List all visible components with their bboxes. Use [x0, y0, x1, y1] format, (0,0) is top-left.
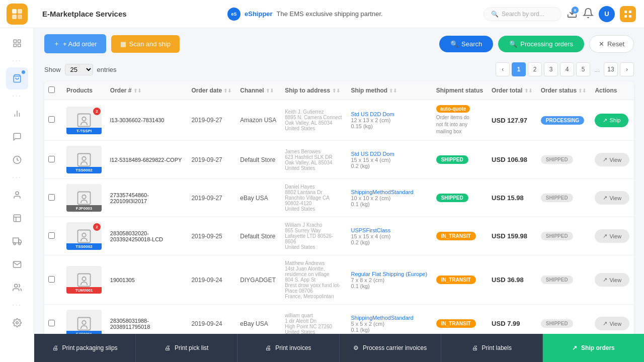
svg-point-25 — [19, 243, 21, 245]
download-button[interactable]: 8 — [567, 8, 578, 20]
sidebar-dots-1: ··· — [12, 55, 22, 66]
view-button-3[interactable]: ↗ View — [595, 229, 629, 243]
shipment-status-5: IN_TRANSIT — [432, 305, 488, 334]
print-labels-button[interactable]: 🖨 Print labels — [441, 334, 543, 362]
ship-icon: ↗ — [572, 344, 577, 351]
row-checkbox-4[interactable] — [44, 255, 62, 305]
select-all-checkbox[interactable] — [48, 86, 55, 93]
view-button-1[interactable]: ↗ View — [595, 153, 629, 166]
select-all-header[interactable] — [44, 81, 62, 100]
page-13-button[interactable]: 13 — [604, 62, 618, 76]
order-total-5: USD 7.99 — [488, 305, 537, 334]
page-1-button[interactable]: 1 — [512, 62, 526, 76]
shipment-status-1: SHIPPED — [432, 141, 488, 179]
grid-menu-button[interactable] — [620, 6, 636, 22]
entries-select[interactable]: 2550100 — [65, 64, 93, 75]
avatar[interactable]: U — [599, 6, 615, 22]
orders-badge — [22, 70, 25, 74]
product-cell-0: T-TSSPI 2 — [62, 100, 106, 141]
svg-rect-34 — [78, 230, 91, 242]
page-3-button[interactable]: 3 — [544, 62, 558, 76]
add-order-button[interactable]: ＋ + Add order — [44, 34, 106, 53]
process-carrier-invoices-button[interactable]: ⚙ Process carrier invoices — [340, 334, 441, 362]
row-checkbox-3[interactable] — [44, 217, 62, 255]
view-button-2[interactable]: ↗ View — [595, 191, 629, 205]
sidebar-item-chart[interactable] — [6, 103, 28, 125]
order-date-0: 2019-09-27 — [187, 100, 236, 141]
scan-ship-button[interactable]: ▦ Scan and ship — [111, 35, 180, 53]
chart-icon — [13, 109, 22, 118]
order-num-2: 273357454860-220109I3I2017 — [106, 179, 188, 217]
order-total-col-header: Order total ⬆⬇ — [488, 81, 537, 100]
ship-method-3: USPSFirstClass 15 x 15 x 4 (cm)0.2 (kg) — [347, 217, 432, 255]
download-badge: 8 — [572, 7, 579, 14]
row-checkbox-2[interactable] — [44, 179, 62, 217]
print-invoices-button[interactable]: 🖨 Print invoices — [237, 334, 339, 362]
notification-button[interactable] — [583, 8, 594, 20]
search-button[interactable]: 🔍 Search — [439, 36, 493, 52]
svg-rect-32 — [78, 192, 91, 204]
row-checkbox-5[interactable] — [44, 305, 62, 334]
sidebar-item-contacts[interactable] — [6, 277, 28, 299]
show-label: Show — [44, 66, 61, 73]
print-pick-list-button[interactable]: 🖨 Print pick list — [136, 334, 237, 362]
product-badge-0: 2 — [93, 108, 101, 115]
order-num-4: 19001305 — [106, 255, 188, 305]
page-5-button[interactable]: 5 — [576, 62, 590, 76]
view-button-4[interactable]: ↗ View — [595, 273, 629, 287]
prev-page-button[interactable]: ‹ — [496, 62, 510, 76]
row-checkbox-1[interactable] — [44, 141, 62, 179]
page-4-button[interactable]: 4 — [560, 62, 574, 76]
scan-ship-label: Scan and ship — [129, 40, 171, 48]
ship-button-0[interactable]: ↗ Ship — [595, 114, 628, 127]
ship-method-col-header: Ship method ⬆⬇ — [347, 81, 432, 100]
search-box[interactable]: 🔍 Search by ord... — [484, 7, 561, 21]
sidebar-item-orders[interactable] — [6, 67, 28, 89]
row-checkbox-0[interactable] — [44, 100, 62, 141]
ship-orders-button[interactable]: ↗ Ship orders — [543, 334, 644, 362]
reset-button[interactable]: ✕ Reset — [589, 35, 634, 53]
actions-col-header: Actions — [591, 81, 634, 100]
ship-method-1: Std US D2D Dom 15 x 15 x 4 (cm)0.2 (kg) — [347, 141, 432, 179]
table-row: FJT0001 283058031988-2038911795018 2019-… — [44, 305, 634, 334]
product-badge-3: 2 — [93, 223, 101, 231]
processing-orders-button[interactable]: 🔍 Processing orders — [498, 36, 584, 52]
ship-address-0: Keith J. Gutierrez8895 N. Camera Connect… — [281, 100, 347, 141]
sidebar-item-dashboard[interactable] — [6, 32, 28, 54]
svg-point-31 — [82, 156, 86, 160]
shipment-status-0: auto-quoteOrder items donot fit into any… — [432, 100, 488, 141]
order-total-3: USD 159.98 — [488, 217, 537, 255]
shipping-icon — [13, 237, 22, 246]
svg-point-27 — [16, 322, 18, 324]
ship-method-2: ShippingMethodStandard 10 x 10 x 2 (cm)0… — [347, 179, 432, 217]
dashboard-icon — [13, 39, 22, 48]
sidebar-item-users[interactable] — [6, 184, 28, 206]
view-button-5[interactable]: ↗ View — [595, 317, 629, 330]
product-cell-5: FJT0001 — [62, 305, 106, 334]
product-cell-2: FJP0003 — [62, 179, 106, 217]
sidebar-item-categories[interactable] — [6, 207, 28, 229]
order-date-col-header: Order date ⬆⬇ — [187, 81, 236, 100]
order-num-5: 283058031988-2038911795018 — [106, 305, 188, 334]
orders-icon — [13, 74, 22, 83]
sidebar-item-history[interactable] — [6, 149, 28, 171]
sidebar-item-shipping[interactable] — [6, 230, 28, 252]
sidebar-item-messages[interactable] — [6, 126, 28, 148]
shipment-status-2: SHIPPED — [432, 179, 488, 217]
ship-method-4: Regular Flat Shipping (Europe) 7 x 8 x 2… — [347, 255, 432, 305]
channel-3: Default Store — [236, 217, 281, 255]
channel-1: Default Store — [236, 141, 281, 179]
sidebar-dots-4: ··· — [12, 300, 22, 311]
reset-label: Reset — [607, 40, 624, 48]
next-page-button[interactable]: › — [620, 62, 634, 76]
print-packaging-button[interactable]: 🖨 Print packaging slips — [34, 334, 136, 362]
table-row: TUM0001 19001305 2019-09-24 DIYGADGET Ma… — [44, 255, 634, 305]
page-2-button[interactable]: 2 — [528, 62, 542, 76]
svg-rect-12 — [18, 44, 20, 47]
svg-rect-30 — [78, 153, 91, 166]
product-image-5: FJT0001 — [66, 310, 102, 334]
sidebar-item-settings[interactable] — [6, 312, 28, 334]
sidebar-item-email[interactable] — [6, 253, 28, 276]
actions-3: ↗ View — [591, 217, 634, 255]
sidebar-dots-3: ··· — [12, 172, 22, 183]
